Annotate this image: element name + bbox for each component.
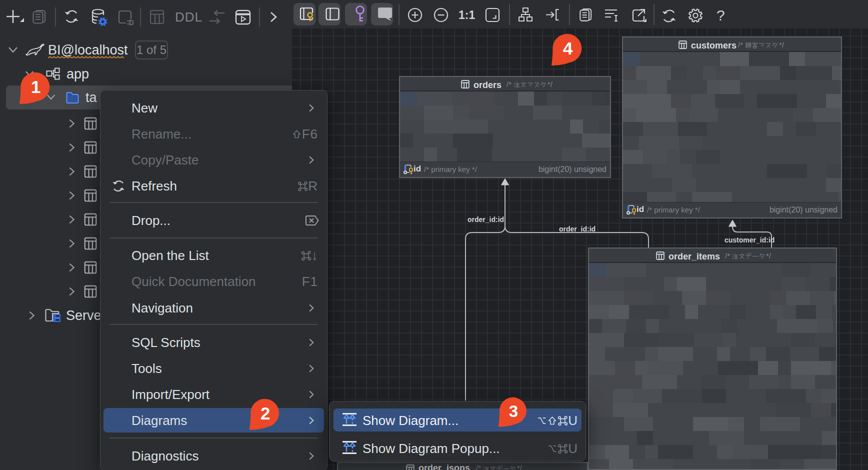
- svg-text:1: 1: [31, 78, 41, 98]
- svg-text:3: 3: [508, 402, 518, 420]
- svg-text:4: 4: [562, 38, 572, 58]
- svg-text:2: 2: [260, 404, 270, 422]
